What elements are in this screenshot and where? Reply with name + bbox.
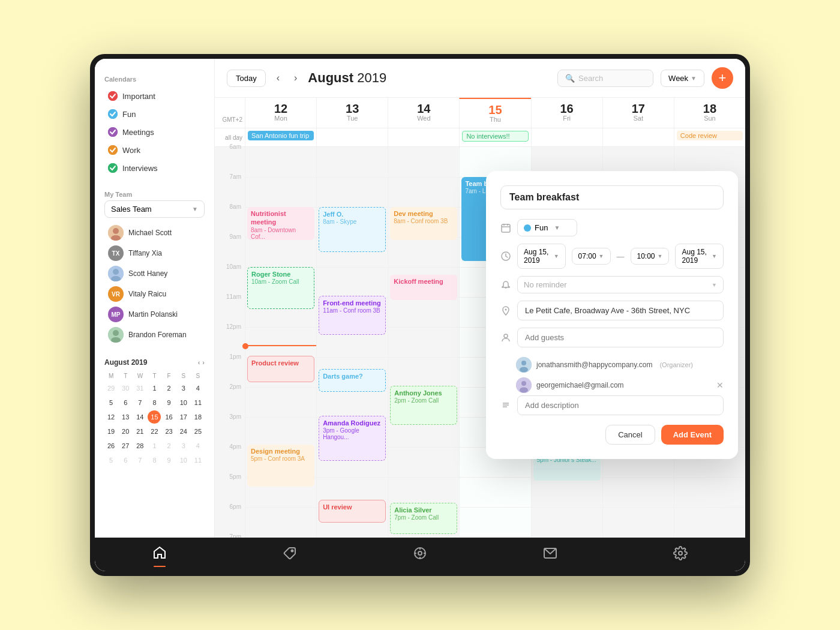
next-week-button[interactable]: › xyxy=(290,70,301,86)
add-event-submit-button[interactable]: Add Event xyxy=(661,425,724,445)
mini-cal-day[interactable]: 5 xyxy=(104,396,118,409)
mini-cal-day[interactable]: 1 xyxy=(148,382,161,395)
event-anthony[interactable]: Anthony Jones 2pm - Zoom Call xyxy=(390,386,457,425)
popup-description-input[interactable] xyxy=(517,395,724,415)
mini-cal-day[interactable]: 9 xyxy=(163,454,176,467)
mini-cal-day[interactable]: 11 xyxy=(191,396,205,409)
mini-cal-day[interactable]: 5 xyxy=(104,454,118,467)
mini-cal-day[interactable]: 4 xyxy=(191,439,205,452)
all-day-cell-mon[interactable]: San Antonio fun trip xyxy=(245,128,316,146)
mini-cal-day[interactable]: 31 xyxy=(133,382,146,395)
mini-cal-day[interactable]: 13 xyxy=(119,410,132,424)
event-popup[interactable]: Fun ▼ Aug 15, 2019 ▼ 07:00 ▼ xyxy=(486,171,738,459)
event-dev-meeting[interactable]: Dev meeting 8am - Conf room 3B xyxy=(390,207,457,240)
mini-cal-day[interactable]: 26 xyxy=(104,439,118,452)
popup-calendar-select[interactable]: Fun ▼ xyxy=(517,219,577,236)
event-product-review-mon[interactable]: Product review xyxy=(247,356,314,382)
mini-cal-day[interactable]: 3 xyxy=(177,439,190,452)
all-day-cell-thu[interactable]: No interviews!! xyxy=(459,128,530,146)
mini-cal-day[interactable]: 10 xyxy=(177,396,190,409)
prev-week-button[interactable]: ‹ xyxy=(273,70,283,86)
mini-cal-day[interactable]: 7 xyxy=(133,454,146,467)
team-member-tiffany[interactable]: TX Tiffany Xia xyxy=(104,243,205,263)
mini-cal-day[interactable]: 6 xyxy=(119,396,132,409)
day-col-wed[interactable]: Dev meeting 8am - Conf room 3B Kickoff m… xyxy=(388,147,459,538)
week-selector[interactable]: Week ▼ xyxy=(661,70,704,87)
nav-gear[interactable] xyxy=(673,546,688,563)
mini-cal-day[interactable]: 2 xyxy=(163,439,176,452)
mini-cal-day[interactable]: 16 xyxy=(163,410,176,424)
popup-guests-input[interactable] xyxy=(517,328,724,347)
mini-cal-day[interactable]: 24 xyxy=(177,425,190,438)
sidebar-item-fun[interactable]: Fun xyxy=(104,107,205,121)
cancel-button[interactable]: Cancel xyxy=(605,425,655,445)
search-box[interactable]: 🔍 Search xyxy=(557,70,653,87)
mini-cal-day[interactable]: 22 xyxy=(148,425,161,438)
mini-cal-day[interactable]: 25 xyxy=(191,425,205,438)
nav-home[interactable] xyxy=(152,546,167,563)
event-darts[interactable]: Darts game? xyxy=(319,369,386,392)
popup-reminder-select[interactable]: No reminder ▼ xyxy=(517,276,724,293)
mini-cal-day[interactable]: 11 xyxy=(191,454,205,467)
nav-settings-circle[interactable] xyxy=(413,546,427,563)
event-alicia[interactable]: Alicia Silver 7pm - Zoom Call xyxy=(390,503,457,534)
event-roger-stone[interactable]: Roger Stone 10am - Zoom Call xyxy=(247,267,314,309)
mini-cal-day[interactable]: 6 xyxy=(119,454,132,467)
guest-2-remove-button[interactable]: ✕ xyxy=(716,380,724,390)
team-member-michael[interactable]: Michael Scott xyxy=(104,223,205,243)
team-member-scott[interactable]: Scott Haney xyxy=(104,263,205,284)
today-button[interactable]: Today xyxy=(227,70,266,87)
mini-cal-day[interactable]: 3 xyxy=(177,382,190,395)
all-day-event-no-interviews[interactable]: No interviews!! xyxy=(462,131,528,142)
mini-cal-day[interactable]: 14 xyxy=(133,410,146,424)
mini-cal-day[interactable]: 7 xyxy=(133,396,146,409)
mini-cal-day[interactable]: 27 xyxy=(119,439,132,452)
mini-cal-today[interactable]: 15 xyxy=(148,410,161,424)
add-event-button[interactable]: + xyxy=(712,67,733,89)
all-day-event-code-review[interactable]: Code review xyxy=(677,131,743,140)
mini-cal-day[interactable]: 9 xyxy=(163,396,176,409)
mini-cal-day[interactable]: 10 xyxy=(177,454,190,467)
event-ui-review[interactable]: UI review xyxy=(319,500,386,523)
day-col-mon[interactable]: Nutritionist meeting 8am - Downtown Cof.… xyxy=(245,147,316,538)
event-frontend[interactable]: Front-end meeting 11am - Conf room 3B xyxy=(319,296,386,335)
mini-cal-day[interactable]: 8 xyxy=(148,454,161,467)
event-design-meeting[interactable]: Design meeting 5pm - Conf room 3A xyxy=(247,445,314,487)
team-dropdown[interactable]: Sales Team ▼ xyxy=(104,200,205,218)
mini-cal-day[interactable]: 1 xyxy=(148,439,161,452)
event-amanda[interactable]: Amanda Rodiguez 3pm - Google Hangou... xyxy=(319,416,386,461)
mini-cal-day[interactable]: 28 xyxy=(133,439,146,452)
mini-cal-day[interactable]: 30 xyxy=(119,382,132,395)
sidebar-item-meetings[interactable]: Meetings xyxy=(104,125,205,139)
team-member-brandon[interactable]: Brandon Foreman xyxy=(104,325,205,345)
event-nutritionist[interactable]: Nutritionist meeting 8am - Downtown Cof.… xyxy=(247,207,314,240)
event-kickoff[interactable]: Kickoff meeting xyxy=(390,275,457,300)
all-day-event-san-antonio[interactable]: San Antonio fun trip xyxy=(248,131,314,140)
day-col-tue[interactable]: Jeff O. 8am - Skype Front-end meeting 11… xyxy=(316,147,388,538)
sidebar-item-important[interactable]: Important xyxy=(104,89,205,103)
mini-cal-day[interactable]: 8 xyxy=(148,396,161,409)
team-member-vitaly[interactable]: VR Vitaly Raicu xyxy=(104,284,205,304)
sidebar-item-interviews[interactable]: Interviews xyxy=(104,161,205,175)
all-day-cell-sun[interactable]: Code review xyxy=(674,128,745,146)
popup-date-end[interactable]: Aug 15, 2019 ▼ xyxy=(675,244,724,269)
mini-cal-next[interactable]: › xyxy=(202,359,205,366)
mini-cal-day[interactable]: 18 xyxy=(191,410,205,424)
event-jeff-o[interactable]: Jeff O. 8am - Skype xyxy=(319,207,386,252)
mini-cal-prev[interactable]: ‹ xyxy=(198,359,200,366)
mini-cal-day[interactable]: 29 xyxy=(104,382,118,395)
popup-location-input[interactable] xyxy=(517,301,724,320)
mini-cal-day[interactable]: 19 xyxy=(104,425,118,438)
sidebar-item-work[interactable]: Work xyxy=(104,143,205,157)
nav-tags[interactable] xyxy=(283,546,297,563)
popup-time-end[interactable]: 10:00 ▼ xyxy=(631,248,670,265)
popup-time-start[interactable]: 07:00 ▼ xyxy=(572,248,611,265)
mini-cal-day[interactable]: 2 xyxy=(163,382,176,395)
mini-cal-day[interactable]: 17 xyxy=(177,410,190,424)
mini-cal-day[interactable]: 23 xyxy=(163,425,176,438)
mini-cal-day[interactable]: 21 xyxy=(133,425,146,438)
mini-cal-day[interactable]: 20 xyxy=(119,425,132,438)
popup-title-input[interactable] xyxy=(500,185,724,209)
mini-cal-day[interactable]: 4 xyxy=(191,382,205,395)
popup-date-start[interactable]: Aug 15, 2019 ▼ xyxy=(517,244,566,269)
